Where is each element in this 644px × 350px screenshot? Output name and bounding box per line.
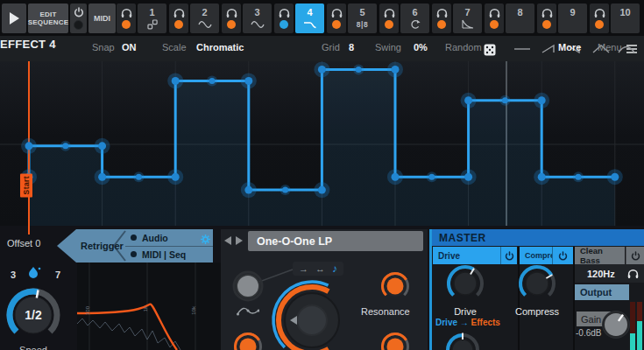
track-3-select-button[interactable]: 3 xyxy=(243,4,272,33)
swing-value[interactable]: 0% xyxy=(414,42,428,52)
snap-value[interactable]: ON xyxy=(122,42,137,52)
step-node[interactable] xyxy=(172,77,180,85)
snap-label: Snap xyxy=(92,42,115,52)
step-node[interactable] xyxy=(98,173,106,181)
play-button[interactable] xyxy=(2,4,26,33)
envelope-icon[interactable] xyxy=(237,305,259,317)
step-sequencer[interactable]: Start xyxy=(0,61,644,226)
step-node[interactable] xyxy=(392,66,400,74)
step-node[interactable] xyxy=(282,187,288,193)
resonance-mod-knob[interactable] xyxy=(379,330,412,350)
resonance-knob[interactable] xyxy=(379,270,412,303)
track-5-monitor-button[interactable] xyxy=(327,4,346,33)
gear-icon[interactable] xyxy=(200,234,211,245)
power-toggle[interactable] xyxy=(70,4,87,33)
step-node[interactable] xyxy=(172,173,180,181)
clean-bass-power-button[interactable] xyxy=(626,247,644,264)
midi-button[interactable]: MIDI xyxy=(88,4,116,33)
step-node[interactable] xyxy=(502,97,508,103)
ramp-up-shape-icon[interactable] xyxy=(541,44,560,54)
step-node[interactable] xyxy=(538,96,546,104)
step-node[interactable] xyxy=(98,142,106,150)
speed-knob[interactable] xyxy=(4,285,63,345)
headphone-icon xyxy=(594,8,605,18)
drive-tab[interactable]: Drive xyxy=(433,247,500,264)
track-2-monitor-button[interactable] xyxy=(169,4,188,33)
more-button[interactable]: More xyxy=(558,42,581,52)
compress-power-button[interactable] xyxy=(552,247,573,264)
clean-bass-tab[interactable]: Clean Bass xyxy=(575,247,625,264)
sine-arc-shape-icon[interactable] xyxy=(617,44,636,54)
step-node[interactable] xyxy=(428,174,435,180)
step-node[interactable] xyxy=(244,77,252,85)
track-8-monitor-button[interactable] xyxy=(485,4,504,33)
drambo-app: EDIT SEQUENCE MIDI 1 2 xyxy=(0,0,644,350)
flat-shape-icon[interactable] xyxy=(513,44,532,54)
range-min[interactable]: 3 xyxy=(11,270,16,280)
grid-value[interactable]: 8 xyxy=(349,42,354,52)
track-8-select-button[interactable]: 8 xyxy=(506,4,534,33)
step-node[interactable] xyxy=(209,78,216,84)
track-2-type-icon xyxy=(198,19,212,30)
freq-label-10k: 10k xyxy=(191,306,196,315)
start-marker[interactable]: Start xyxy=(20,173,32,197)
track-4-monitor-button[interactable] xyxy=(274,4,294,33)
track-7-select-button[interactable]: 7 xyxy=(453,4,482,33)
cutoff-mod-knob[interactable] xyxy=(231,330,265,350)
retrigger-option-midi-seq[interactable]: MIDI | Seq xyxy=(125,246,213,262)
drive-power-button[interactable] xyxy=(500,247,517,264)
track-1-select-button[interactable]: 1 xyxy=(138,4,166,33)
master-header[interactable]: MASTER xyxy=(432,229,644,246)
step-node[interactable] xyxy=(356,66,362,73)
offset-label[interactable]: Offset 0 xyxy=(7,238,40,248)
track-1-type-icon xyxy=(146,19,159,30)
scale-value[interactable]: Chromatic xyxy=(196,42,244,52)
gain-knob[interactable] xyxy=(598,307,633,342)
dice-icon[interactable] xyxy=(484,44,496,56)
headphone-icon xyxy=(173,8,185,18)
track-4-select-button[interactable]: 4 xyxy=(295,4,324,33)
cutoff-knob[interactable] xyxy=(264,272,360,350)
track-7-monitor-button[interactable] xyxy=(432,4,451,33)
master-panel: MASTER Drive Compress xyxy=(429,229,644,350)
step-node[interactable] xyxy=(464,173,472,181)
headphone-icon xyxy=(436,8,448,18)
step-node[interactable] xyxy=(538,173,546,181)
start-line-stub xyxy=(28,226,30,234)
compress-tab[interactable]: Compress xyxy=(520,247,552,264)
track-7-type-icon xyxy=(461,19,475,30)
track-10-select-button[interactable]: 10 xyxy=(611,4,640,33)
drive-routing[interactable]: Drive → Effects xyxy=(435,318,500,327)
edit-sequence-button[interactable]: EDIT SEQUENCE xyxy=(28,4,68,33)
filter-display[interactable]: 100 1k 10k xyxy=(77,262,221,350)
track-6-monitor-button[interactable] xyxy=(379,4,399,33)
compress-knob[interactable] xyxy=(516,262,558,304)
droplet-icon xyxy=(27,266,41,279)
track-9-select-button[interactable]: 9 xyxy=(558,4,587,33)
range-max[interactable]: 7 xyxy=(55,270,60,280)
step-node[interactable] xyxy=(25,142,33,150)
track-3-monitor-button[interactable] xyxy=(222,4,241,33)
step-node[interactable] xyxy=(464,96,472,104)
power-icon xyxy=(558,251,568,261)
mod-amount-knob[interactable] xyxy=(230,269,265,304)
track-2-select-button[interactable]: 2 xyxy=(190,4,219,33)
drive-mix-knob[interactable] xyxy=(443,331,482,350)
track-10-monitor-button[interactable] xyxy=(590,4,609,33)
step-node[interactable] xyxy=(392,173,400,181)
drive-knob[interactable] xyxy=(444,262,486,304)
step-node[interactable] xyxy=(576,174,582,180)
step-node[interactable] xyxy=(244,186,252,194)
track-5-select-button[interactable]: 5 8|8 xyxy=(348,4,377,33)
headphone-icon[interactable] xyxy=(627,269,639,279)
track-1-monitor-button[interactable] xyxy=(117,4,136,33)
step-node[interactable] xyxy=(611,173,619,181)
step-node[interactable] xyxy=(318,66,326,74)
step-node[interactable] xyxy=(62,143,68,149)
track-9-monitor-button[interactable] xyxy=(537,4,556,33)
output-row[interactable]: Output xyxy=(575,284,629,300)
track-6-select-button[interactable]: 6 xyxy=(400,4,429,33)
step-node[interactable] xyxy=(318,186,326,194)
crossover-freq-row[interactable]: 120Hz xyxy=(575,264,644,283)
step-node[interactable] xyxy=(136,174,142,180)
